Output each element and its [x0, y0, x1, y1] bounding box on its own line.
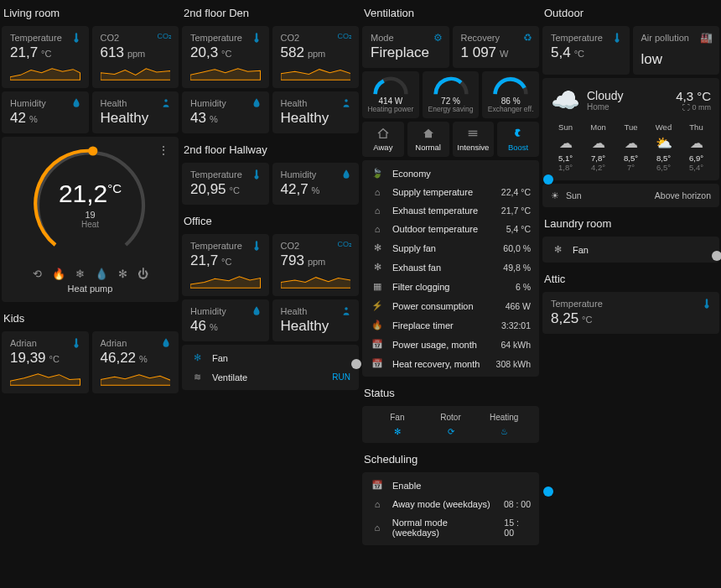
section-scheduling: Scheduling	[362, 446, 539, 469]
vent-gauges: 414 W Heating power 72 % Energy saving 8…	[362, 71, 539, 118]
run-button[interactable]: RUN	[332, 372, 350, 382]
fan-icon: ✻	[371, 262, 384, 273]
fan-icon: ✻	[371, 242, 384, 253]
den-humidity[interactable]: Humidity 43%	[182, 91, 269, 133]
section-outdoor: Outdoor	[542, 0, 719, 23]
co2-icon: CO₂	[338, 32, 353, 40]
water-icon	[160, 337, 172, 349]
water-icon	[70, 97, 82, 109]
fan-row[interactable]: ✻ Fan	[190, 348, 350, 367]
laundry-fan[interactable]: ✻ Fan	[551, 240, 711, 259]
gauge-heating[interactable]: 414 W Heating power	[362, 71, 419, 118]
living-humidity[interactable]: Humidity 42%	[2, 91, 89, 133]
rotor-icon: ⟳	[448, 427, 454, 436]
tab-intensive[interactable]: Intensive	[453, 122, 495, 157]
kids-temp[interactable]: Adrian 19,39°C	[2, 331, 89, 393]
den-temp[interactable]: Temperature 20,3°C	[182, 26, 269, 88]
tab-boost[interactable]: Boost	[497, 122, 539, 157]
filter-icon: ▦	[371, 281, 384, 292]
gauge-energy[interactable]: 72 % Energy saving	[423, 71, 480, 118]
cloud-icon: ☁️	[551, 86, 580, 114]
snowflake-icon[interactable]: ❄	[75, 268, 85, 280]
flame-icon[interactable]: 🔥	[52, 268, 65, 280]
vent-row[interactable]: 🔥Fireplace timer3:32:01	[371, 315, 531, 335]
sched-away[interactable]: ⌂ Away mode (weekdays) 08 : 00	[371, 495, 531, 513]
vent-row[interactable]: ⌂Supply temperature22,4 °C	[371, 183, 531, 201]
svg-point-2	[345, 99, 348, 102]
water-icon	[340, 169, 352, 180]
gauge-exchanger[interactable]: 86 % Exchanger eff.	[482, 71, 539, 118]
den-health[interactable]: Health Healthy	[272, 91, 360, 133]
power-icon: ⚡	[371, 300, 384, 311]
vent-row[interactable]: 📅Heat recovery, month308 kWh	[371, 354, 531, 373]
sched-enable[interactable]: 📅 Enable	[371, 476, 531, 495]
sparkline	[101, 368, 171, 387]
tab-normal[interactable]: Normal	[407, 122, 449, 157]
sliders-icon: ⚙	[433, 32, 443, 44]
living-co2[interactable]: CO₂ CO2 613ppm	[92, 26, 179, 88]
refresh-icon[interactable]: ⟲	[33, 268, 42, 280]
cal-icon: 📅	[371, 358, 384, 369]
home-away-icon: ⌂	[371, 499, 384, 509]
vent-row[interactable]: ⌂Outdoor temperature5,4 °C	[371, 220, 531, 238]
vent-row[interactable]: 📅Power usage, month64 kWh	[371, 335, 531, 354]
attic-temp[interactable]: Temperature 8,25°C	[542, 292, 719, 334]
vent-row[interactable]: ⚡Power consumption466 W	[371, 296, 531, 315]
den-co2[interactable]: CO₂ CO2 582ppm	[272, 26, 360, 88]
sparkline	[281, 271, 351, 289]
weather-card[interactable]: ☁️ Cloudy Home 4,3 °C ⛶ 0 mm Sun☁5,1°1,8…	[542, 78, 719, 180]
vent-row[interactable]: ⌂Exhaust temperature21,7 °C	[371, 201, 531, 220]
living-health[interactable]: Health Healthy	[92, 91, 179, 133]
outdoor-temp[interactable]: Temperature 5,4°C	[542, 26, 630, 75]
section-ventilation: Ventilation	[362, 0, 539, 23]
office-controls: ✻ Fan ≋ Ventilate RUN	[182, 345, 359, 390]
forecast-day: Tue☁8,5°7°	[616, 122, 646, 172]
vent-mode[interactable]: ⚙ Mode Fireplace	[362, 26, 449, 68]
hallway-humidity[interactable]: Humidity 42,7%	[272, 163, 360, 205]
vent-row[interactable]: ✻Supply fan60,0 %	[371, 238, 531, 258]
tab-away[interactable]: Away	[362, 122, 404, 157]
drop-icon[interactable]: 💧	[95, 268, 108, 280]
more-icon[interactable]: ⋮	[158, 143, 170, 157]
fan-icon: ✻	[394, 427, 401, 436]
co2-icon: CO₂	[338, 240, 353, 248]
outdoor-air[interactable]: 🏭 Air pollution low	[633, 26, 720, 75]
sparkline	[190, 271, 261, 289]
thermometer-icon	[251, 32, 262, 44]
vent-recovery[interactable]: ♻ Recovery 1 097W	[453, 26, 540, 68]
sun-row[interactable]: ☀ Sun Above horizon	[542, 184, 719, 207]
office-health[interactable]: Health Healthy	[272, 299, 360, 341]
calendar-icon: 📅	[371, 480, 384, 491]
office-temp[interactable]: Temperature 21,7°C	[182, 234, 269, 296]
scheduling-list: 📅 Enable ⌂ Away mode (weekdays) 08 : 00 …	[362, 472, 539, 545]
fan-icon[interactable]: ✻	[118, 268, 127, 280]
thermometer-icon	[701, 298, 713, 310]
factory-icon: 🏭	[700, 32, 713, 44]
sparkline	[10, 63, 80, 81]
vent-row[interactable]: ▦Filter clogging6 %	[371, 277, 531, 296]
vent-row[interactable]: ✻Exhaust fan49,8 %	[371, 258, 531, 277]
sparkline	[101, 63, 171, 81]
thermometer-icon	[70, 32, 82, 44]
water-icon	[251, 97, 262, 109]
section-hallway: 2nd floor Hallway	[182, 137, 359, 159]
office-co2[interactable]: CO₂ CO2 793ppm	[272, 234, 360, 296]
forecast-day: Thu☁6,9°5,4°	[682, 122, 711, 172]
status-card: Fan✻ Rotor⟳ Heating♨	[362, 406, 539, 443]
living-temp[interactable]: Temperature 21,7°C	[2, 26, 89, 88]
cal-icon: 📅	[371, 339, 384, 350]
wind-icon: ≋	[190, 372, 204, 382]
office-humidity[interactable]: Humidity 46%	[182, 299, 269, 341]
power-icon[interactable]: ⏻	[137, 268, 148, 280]
home-in-icon: ⌂	[371, 187, 384, 197]
sched-normal[interactable]: ⌂ Normal mode (weekdays) 15 : 00	[371, 513, 531, 542]
person-icon	[160, 97, 172, 109]
home-icon: ⌂	[371, 224, 384, 234]
kids-hum[interactable]: Adrian 46,22%	[92, 331, 179, 393]
person-icon	[340, 305, 352, 317]
thermostat[interactable]: ⋮ 21,2°C 19 Heat ⟲ 🔥 ❄ 💧 ✻ ⏻ Heat pump	[2, 137, 179, 302]
vent-row[interactable]: 🍃Economy	[371, 164, 531, 183]
hallway-temp[interactable]: Temperature 20,95°C	[182, 163, 269, 205]
ventilate-row[interactable]: ≋ Ventilate RUN	[190, 367, 350, 387]
leaf-icon: 🍃	[371, 168, 384, 179]
